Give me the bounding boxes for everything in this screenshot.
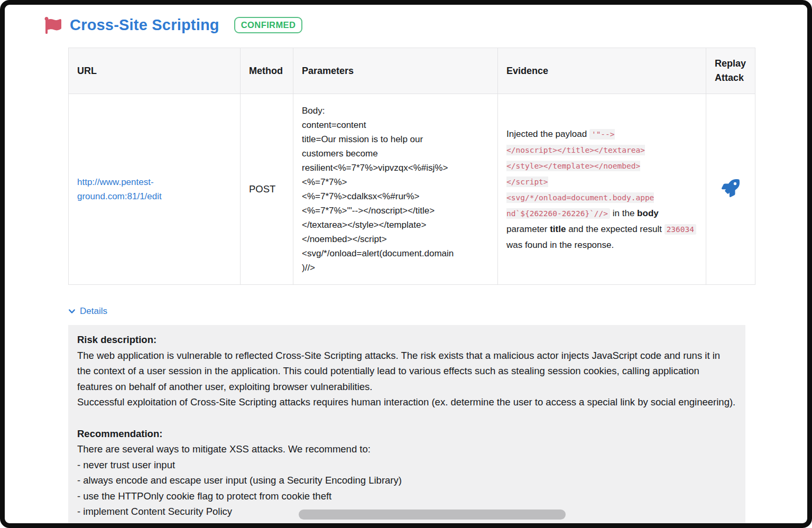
findings-table: URL Method Parameters Evidence Replay At… <box>68 48 755 285</box>
flag-icon <box>44 17 61 34</box>
details-toggle-label: Details <box>80 306 107 317</box>
chevron-down-icon <box>68 308 76 315</box>
evidence-payload-code: '"--> </noscript></title></textarea> </s… <box>506 129 654 219</box>
finding-header: Cross-Site Scripting CONFIRMED <box>44 16 745 34</box>
column-header-parameters: Parameters <box>293 48 498 94</box>
report-window: Cross-Site Scripting CONFIRMED URL Metho… <box>0 0 812 528</box>
details-panel: Risk description: The web application is… <box>68 325 745 528</box>
column-header-replay-attack: Replay Attack <box>706 48 755 94</box>
horizontal-scrollbar[interactable] <box>299 510 566 520</box>
method-cell: POST <box>241 94 293 285</box>
column-header-evidence: Evidence <box>498 48 706 94</box>
report-content: Cross-Site Scripting CONFIRMED URL Metho… <box>5 5 807 528</box>
recommendation-heading: Recommendation: <box>77 426 736 442</box>
column-header-method: Method <box>241 48 293 94</box>
evidence-text: and the expected result <box>566 224 664 234</box>
evidence-param-location: body <box>637 208 659 218</box>
evidence-text: in the <box>610 208 637 218</box>
page-title: Cross-Site Scripting <box>70 16 219 34</box>
recommendation-text: There are several ways to mitigate XSS a… <box>77 441 736 520</box>
evidence-text: Injected the payload <box>506 129 589 139</box>
replay-attack-button[interactable] <box>722 179 740 199</box>
table-header-row: URL Method Parameters Evidence Replay At… <box>69 48 755 94</box>
parameters-cell: Body: content=content title=Our mission … <box>293 94 498 285</box>
evidence-param-name: title <box>550 224 566 234</box>
rocket-icon <box>722 179 740 197</box>
url-cell: http://www.pentest-ground.com:81/1/edit <box>69 94 241 285</box>
table-row: http://www.pentest-ground.com:81/1/edit … <box>69 94 755 285</box>
column-header-url: URL <box>69 48 241 94</box>
evidence-cell: Injected the payload '"--> </noscript></… <box>498 94 706 285</box>
url-link[interactable]: http://www.pentest-ground.com:81/1/edit <box>77 177 162 201</box>
status-badge: CONFIRMED <box>234 17 303 33</box>
risk-description-heading: Risk description: <box>77 332 736 348</box>
risk-description-text: The web application is vulnerable to ref… <box>77 348 736 410</box>
replay-attack-cell <box>706 94 755 285</box>
details-toggle[interactable]: Details <box>68 306 107 317</box>
evidence-result-code: 236034 <box>665 224 696 235</box>
